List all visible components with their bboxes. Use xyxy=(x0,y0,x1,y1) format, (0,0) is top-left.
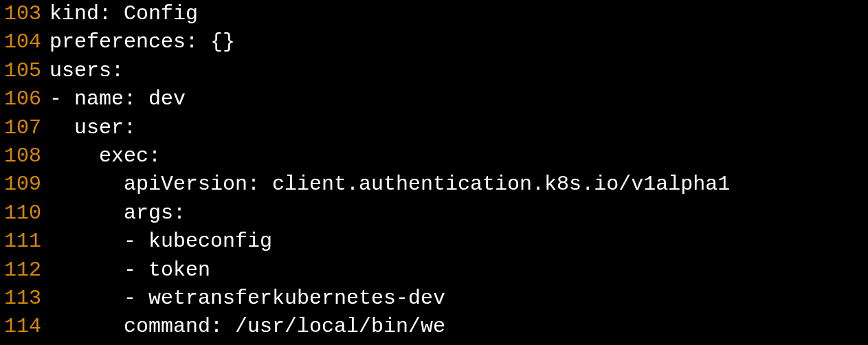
code-content: command: /usr/local/bin/we xyxy=(49,313,445,341)
line-number: 108 xyxy=(0,142,49,170)
code-line[interactable]: 114 command: /usr/local/bin/we xyxy=(0,313,868,341)
code-line[interactable]: 110 args: xyxy=(0,199,868,227)
line-number: 111 xyxy=(0,227,49,256)
code-content: apiVersion: client.authentication.k8s.io… xyxy=(49,170,730,199)
code-content: - kubeconfig xyxy=(49,227,272,256)
code-line[interactable]: 112 - token xyxy=(0,256,868,285)
code-line[interactable]: 104 preferences: {} xyxy=(0,28,868,56)
code-content: - wetransferkubernetes-dev xyxy=(49,285,445,313)
code-content: preferences: {} xyxy=(49,28,235,56)
code-line[interactable]: 113 - wetransferkubernetes-dev xyxy=(0,285,868,313)
code-content: args: xyxy=(49,199,186,227)
code-line[interactable]: 105 users: xyxy=(0,57,868,85)
code-content: user: xyxy=(49,114,136,142)
code-line[interactable]: 107 user: xyxy=(0,114,868,142)
code-line[interactable]: 106 - name: dev xyxy=(0,85,868,113)
code-editor[interactable]: 103 kind: Config 104 preferences: {} 105… xyxy=(0,0,868,342)
code-content: exec: xyxy=(49,142,161,170)
line-number: 109 xyxy=(0,170,49,199)
line-number: 103 xyxy=(0,0,49,28)
code-content: - token xyxy=(49,256,210,285)
code-line[interactable]: 109 apiVersion: client.authentication.k8… xyxy=(0,170,868,199)
code-content: - name: dev xyxy=(49,85,186,113)
line-number: 112 xyxy=(0,256,49,285)
line-number: 114 xyxy=(0,313,49,341)
code-line[interactable]: 111 - kubeconfig xyxy=(0,227,868,256)
code-line[interactable]: 108 exec: xyxy=(0,142,868,170)
code-content: users: xyxy=(49,57,124,85)
line-number: 106 xyxy=(0,85,49,113)
line-number: 113 xyxy=(0,285,49,313)
line-number: 107 xyxy=(0,114,49,142)
code-content: kind: Config xyxy=(49,0,198,28)
line-number: 110 xyxy=(0,199,49,227)
line-number: 105 xyxy=(0,57,49,85)
line-number: 104 xyxy=(0,28,49,56)
code-line[interactable]: 103 kind: Config xyxy=(0,0,868,28)
